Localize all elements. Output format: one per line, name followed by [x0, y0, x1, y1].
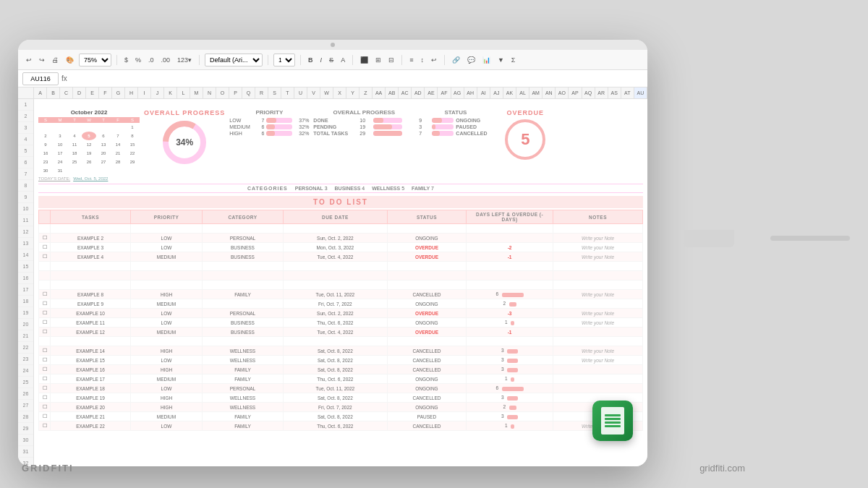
cell-task[interactable]: EXAMPLE 20: [51, 403, 131, 412]
col-AM[interactable]: AM: [529, 87, 542, 98]
formula-input[interactable]: [70, 72, 643, 85]
cal-cell-27[interactable]: 27: [96, 158, 111, 166]
cell-notes[interactable]: [553, 299, 643, 309]
cell-days[interactable]: 6: [467, 290, 553, 299]
cell-priority[interactable]: LOW: [131, 243, 203, 252]
cell-category[interactable]: [203, 281, 284, 290]
cal-cell-1[interactable]: 1: [125, 123, 140, 132]
cal-cell-22[interactable]: 22: [125, 149, 140, 158]
col-Q[interactable]: Q: [242, 87, 255, 98]
zoom-select[interactable]: 75%: [79, 53, 111, 67]
redo-btn[interactable]: ↪: [37, 56, 47, 64]
cell-task[interactable]: EXAMPLE 17: [51, 374, 131, 384]
cell-check[interactable]: [39, 262, 51, 271]
cal-cell-24[interactable]: 24: [53, 158, 67, 166]
cell-check[interactable]: [39, 224, 51, 234]
cal-cell-28[interactable]: 28: [111, 158, 125, 166]
cell-days[interactable]: -3: [467, 309, 553, 318]
row-19[interactable]: 19: [18, 307, 33, 319]
cell-notes[interactable]: [553, 328, 643, 337]
chart-btn[interactable]: 📊: [480, 56, 493, 64]
decimal-btn[interactable]: .0: [146, 56, 156, 64]
cell-status[interactable]: [387, 224, 466, 234]
table-row[interactable]: [39, 281, 643, 290]
italic-btn[interactable]: I: [318, 56, 325, 64]
row-12[interactable]: 12: [18, 226, 33, 238]
cell-status[interactable]: ONGOING: [387, 384, 466, 393]
cell-check[interactable]: ☐: [39, 421, 51, 431]
col-AL[interactable]: AL: [516, 87, 529, 98]
col-X[interactable]: X: [333, 87, 346, 98]
cell-check[interactable]: ☐: [39, 318, 51, 328]
borders-btn[interactable]: ⊞: [373, 56, 383, 64]
cell-status[interactable]: ONGOING: [387, 234, 466, 243]
cell-task[interactable]: EXAMPLE 9: [51, 299, 131, 309]
row-16[interactable]: 16: [18, 273, 33, 284]
cell-status[interactable]: PAUSED: [387, 412, 466, 421]
cell-status[interactable]: [387, 262, 466, 271]
cell-priority[interactable]: MEDIUM: [131, 299, 203, 309]
cell-due[interactable]: [283, 224, 387, 234]
cell-days[interactable]: [467, 281, 553, 290]
cell-priority[interactable]: [131, 337, 203, 346]
cal-cell-6[interactable]: 6: [96, 132, 111, 140]
col-AI[interactable]: AI: [477, 87, 490, 98]
table-row[interactable]: ☐ EXAMPLE 10 LOW PERSONAL Sun, Oct. 2, 2…: [39, 309, 643, 318]
col-AD[interactable]: AD: [412, 87, 425, 98]
row-10[interactable]: 10: [18, 203, 33, 215]
cal-cell-3[interactable]: 3: [53, 132, 67, 140]
cell-category[interactable]: FAMILY: [203, 421, 284, 431]
row-15[interactable]: 15: [18, 261, 33, 273]
cell-notes[interactable]: Write your Note: [553, 309, 643, 318]
cal-cell-26[interactable]: 26: [82, 158, 96, 166]
cell-category[interactable]: FAMILY: [203, 374, 284, 384]
cell-priority[interactable]: LOW: [131, 318, 203, 328]
col-AT[interactable]: AT: [621, 87, 634, 98]
cell-notes[interactable]: [553, 271, 643, 281]
cal-cell-8[interactable]: 8: [125, 132, 140, 140]
cal-cell-11[interactable]: 11: [67, 140, 82, 149]
cell-priority[interactable]: LOW: [131, 309, 203, 318]
cell-task[interactable]: EXAMPLE 8: [51, 290, 131, 299]
cell-task[interactable]: EXAMPLE 16: [51, 365, 131, 374]
font-select[interactable]: Default (Ari...: [205, 53, 263, 67]
textcolor-btn[interactable]: A: [339, 56, 347, 64]
row-30[interactable]: 30: [18, 435, 33, 446]
row-1[interactable]: 1: [18, 99, 33, 111]
col-AA[interactable]: AA: [373, 87, 386, 98]
cell-priority[interactable]: [131, 281, 203, 290]
table-row[interactable]: [39, 337, 643, 346]
col-AC[interactable]: AC: [399, 87, 412, 98]
cell-days[interactable]: 3: [467, 365, 553, 374]
row-7[interactable]: 7: [18, 168, 33, 180]
cell-status[interactable]: ONGOING: [387, 403, 466, 412]
col-AF[interactable]: AF: [438, 87, 451, 98]
comment-btn[interactable]: 💬: [465, 56, 477, 64]
cell-notes[interactable]: [553, 337, 643, 346]
cell-days[interactable]: 3: [467, 393, 553, 403]
cell-category[interactable]: BUSINESS: [203, 318, 284, 328]
cell-status[interactable]: CANCELLED: [387, 421, 466, 431]
col-I[interactable]: I: [138, 87, 151, 98]
cell-notes[interactable]: [553, 365, 643, 374]
col-AP[interactable]: AP: [569, 87, 582, 98]
row-27[interactable]: 27: [18, 400, 33, 411]
cell-task[interactable]: EXAMPLE 19: [51, 393, 131, 403]
cell-task[interactable]: [51, 337, 131, 346]
cal-cell-4[interactable]: 4: [67, 132, 82, 140]
cal-cell-13[interactable]: 13: [96, 140, 111, 149]
cell-due[interactable]: Tue, Oct. 4, 2022: [283, 252, 387, 262]
cell-priority[interactable]: HIGH: [131, 393, 203, 403]
cell-due[interactable]: Tue, Oct. 11, 2022: [283, 384, 387, 393]
link-btn[interactable]: 🔗: [450, 56, 462, 64]
cell-status[interactable]: ONGOING: [387, 299, 466, 309]
cal-cell-7[interactable]: 7: [111, 132, 125, 140]
cell-check[interactable]: [39, 271, 51, 281]
row-2[interactable]: 2: [18, 111, 33, 122]
cell-check[interactable]: ☐: [39, 403, 51, 412]
col-N[interactable]: N: [203, 87, 216, 98]
cell-status[interactable]: OVERDUE: [387, 243, 466, 252]
cell-category[interactable]: FAMILY: [203, 412, 284, 421]
cell-days[interactable]: 3: [467, 356, 553, 365]
cell-due[interactable]: Thu, Oct. 6, 2022: [283, 421, 387, 431]
